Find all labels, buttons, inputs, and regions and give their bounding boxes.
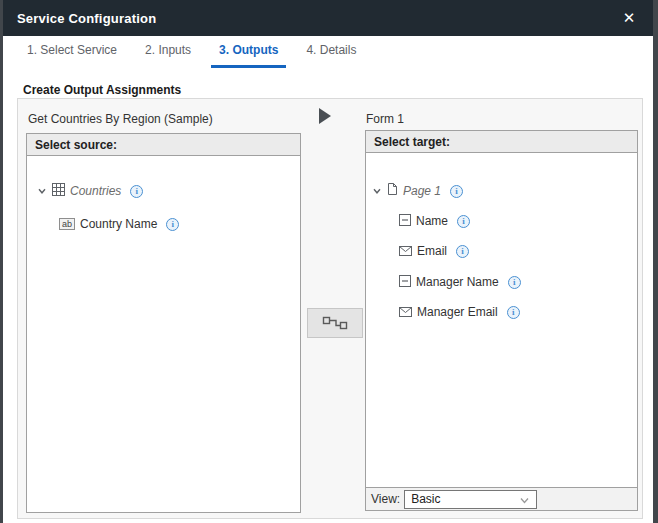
view-bar: View: Basic xyxy=(366,487,637,510)
tree-row-country-name[interactable]: ab Country Name i xyxy=(59,215,179,233)
tab-outputs[interactable]: 3. Outputs xyxy=(211,36,286,68)
source-tree-header: Select source: xyxy=(27,134,300,156)
info-icon[interactable]: i xyxy=(508,276,521,289)
wizard-tabbar: 1. Select Service 2. Inputs 3. Outputs 4… xyxy=(3,36,653,68)
textfield-icon xyxy=(399,273,411,291)
tree-label-email[interactable]: Email xyxy=(417,244,447,258)
info-icon[interactable]: i xyxy=(166,218,179,231)
tree-label-country-name[interactable]: Country Name xyxy=(80,217,157,231)
info-icon[interactable]: i xyxy=(456,245,469,258)
tree-row-countries[interactable]: Countries i xyxy=(37,182,143,200)
tree-row-manager-name[interactable]: Manager Name i xyxy=(399,273,521,291)
target-panel-title: Form 1 xyxy=(366,112,404,126)
view-select[interactable]: Basic xyxy=(404,490,537,509)
email-icon xyxy=(399,303,412,321)
map-fields-button[interactable] xyxy=(307,308,363,338)
tree-row-manager-email[interactable]: Manager Email i xyxy=(399,303,520,321)
tree-row-page-1[interactable]: Page 1 i xyxy=(372,182,463,200)
textfield-icon xyxy=(399,212,411,230)
tab-inputs[interactable]: 2. Inputs xyxy=(137,36,199,68)
section-heading: Create Output Assignments xyxy=(23,83,181,97)
tree-row-email[interactable]: Email i xyxy=(399,242,469,260)
play-right-icon xyxy=(319,108,331,124)
dialog-header: Service Configuration ✕ xyxy=(3,0,653,36)
dialog-title: Service Configuration xyxy=(17,11,156,26)
output-assignments-container: Get Countries By Region (Sample) Form 1 … xyxy=(17,98,643,519)
email-icon xyxy=(399,242,412,260)
tree-label-manager-name[interactable]: Manager Name xyxy=(416,275,499,289)
info-icon[interactable]: i xyxy=(450,185,463,198)
chevron-down-icon[interactable] xyxy=(37,186,47,196)
view-label: View: xyxy=(371,492,400,506)
service-configuration-dialog: Service Configuration ✕ 1. Select Servic… xyxy=(3,0,653,523)
tree-label-page-1[interactable]: Page 1 xyxy=(403,184,441,198)
info-icon[interactable]: i xyxy=(457,215,470,228)
view-select-value: Basic xyxy=(411,492,440,506)
map-fields-icon xyxy=(321,315,349,331)
tab-select-service[interactable]: 1. Select Service xyxy=(19,36,125,68)
info-icon[interactable]: i xyxy=(507,306,520,319)
source-tree-box: Select source: Countries i ab Country Na… xyxy=(26,133,301,513)
tree-label-countries[interactable]: Countries xyxy=(70,184,121,198)
chevron-down-icon xyxy=(519,495,530,509)
chevron-down-icon[interactable] xyxy=(372,186,382,196)
page-icon xyxy=(387,182,398,200)
tree-row-name[interactable]: Name i xyxy=(399,212,470,230)
info-icon[interactable]: i xyxy=(130,185,143,198)
tree-label-name[interactable]: Name xyxy=(416,214,448,228)
source-panel-title: Get Countries By Region (Sample) xyxy=(28,112,213,126)
tree-label-manager-email[interactable]: Manager Email xyxy=(417,305,498,319)
target-tree-header: Select target: xyxy=(366,131,637,153)
text-ab-icon: ab xyxy=(59,218,75,230)
table-icon xyxy=(52,182,65,200)
target-tree-box: Select target: Page 1 i Name xyxy=(365,130,638,511)
tab-details[interactable]: 4. Details xyxy=(298,36,364,68)
close-icon[interactable]: ✕ xyxy=(619,8,639,28)
